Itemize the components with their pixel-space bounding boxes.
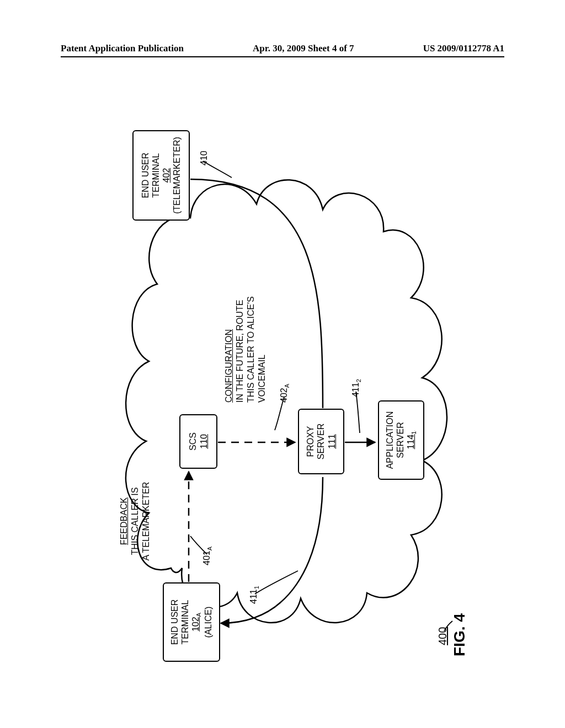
leader-400 — [444, 621, 452, 631]
connectors-overlay — [94, 127, 502, 678]
line-410 — [190, 179, 323, 408]
header-center: Apr. 30, 2009 Sheet 4 of 7 — [253, 43, 354, 54]
leader-411-2 — [356, 392, 360, 433]
header-rule — [61, 56, 504, 57]
header-right: US 2009/0112778 A1 — [423, 43, 504, 54]
leader-402A — [275, 397, 284, 430]
header-left: Patent Application Publication — [61, 43, 184, 54]
arrow-411-1 — [221, 477, 323, 623]
leader-401A — [190, 536, 207, 554]
figure-4: END USER TERMINAL 102A (ALICE) SCS 110 P… — [94, 127, 502, 678]
page-header: Patent Application Publication Apr. 30, … — [61, 43, 504, 54]
leader-410 — [203, 161, 232, 178]
